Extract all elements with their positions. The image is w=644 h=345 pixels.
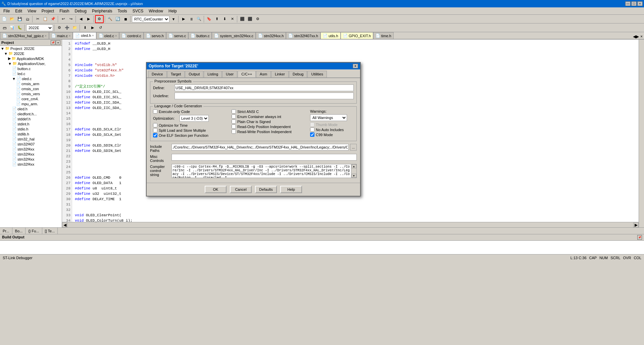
dialog-tab-output[interactable]: Output (185, 71, 203, 77)
undefine-row: Undefine: (153, 93, 354, 99)
language-content: Execute-only Code Optimization: Level 3 … (153, 109, 354, 138)
strict-ansi-row: Strict ANSI C (232, 109, 305, 114)
language-section: Language / Code Generation Execute-only … (150, 106, 357, 141)
plain-char-checkbox[interactable] (232, 119, 236, 124)
dialog-close-btn[interactable]: × (353, 64, 358, 68)
include-paths-label: IncludePaths (150, 144, 170, 153)
c99-label: C99 Mode (316, 133, 333, 137)
execute-only-label: Execute-only Code (159, 110, 190, 114)
no-auto-label: No Auto Includes (316, 128, 344, 132)
scroll-down-btn[interactable]: ▼ (352, 174, 356, 178)
read-write-row: Read-Write Position Independent (232, 129, 305, 134)
optimization-row: Optimization: Level 3 (-O3) Level 0 (-O0… (153, 115, 226, 122)
one-elf-row: One ELF Section per Function (153, 133, 226, 137)
warnings-section: Warnings: All Warnings No Warnings Thumb… (310, 109, 354, 138)
preprocessor-section: Preprocessor Symbols Define: Undefine: (150, 81, 357, 104)
plain-char-row: Plain Char is Signed (232, 119, 305, 124)
c99-row: C99 Mode (310, 132, 354, 137)
thumb-mode-label: Thumb Mode (316, 123, 338, 127)
dialog-tab-asm[interactable]: Asm (256, 71, 271, 77)
misc-controls-label: MiscControls (150, 154, 170, 163)
read-only-checkbox[interactable] (232, 124, 236, 129)
strict-ansi-label: Strict ANSI C (237, 110, 259, 114)
execute-only-row: Execute-only Code (153, 109, 226, 114)
cancel-button[interactable]: Cancel (230, 186, 252, 193)
compiler-string-row: Compilercontrolstring -c99-c --cpu Corte… (150, 164, 357, 178)
define-input[interactable] (175, 84, 354, 91)
no-auto-checkbox[interactable] (310, 127, 314, 132)
read-write-checkbox[interactable] (232, 129, 236, 134)
undefine-input[interactable] (175, 93, 354, 99)
dialog-tab-debug[interactable]: Debug (289, 71, 307, 77)
optimize-time-checkbox[interactable] (153, 123, 157, 127)
dialog-tab-user[interactable]: User (222, 71, 237, 77)
split-load-row: Split Load and Store Multiple (153, 128, 226, 132)
define-row: Define: (153, 84, 354, 91)
dialog-tab-cc[interactable]: C/C++ (238, 71, 256, 77)
dialog-content: Preprocessor Symbols Define: Undefine: L… (147, 78, 360, 183)
dialog-tab-target[interactable]: Target (167, 71, 185, 77)
dialog-title: Options for Target '2022E' (149, 64, 198, 68)
options-dialog: Options for Target '2022E' × Device Targ… (146, 62, 361, 196)
compiler-scrollbar[interactable]: ▲ ▼ (351, 164, 356, 178)
dialog-tab-listing[interactable]: Listing (204, 71, 222, 77)
dialog-title-bar: Options for Target '2022E' × (147, 63, 360, 69)
warnings-select[interactable]: All Warnings No Warnings (310, 114, 347, 121)
strict-ansi-checkbox[interactable] (232, 109, 236, 114)
language-label: Language / Code Generation (153, 104, 203, 108)
dialog-buttons: OK Cancel Defaults Help (147, 183, 360, 196)
compiler-string-display: -c99-c --cpu Cortex-M4.fp -D__MICROLIB -… (171, 164, 357, 178)
read-only-label: Read-Only Position Independent (237, 125, 291, 129)
dialog-tabs: Device Target Output Listing User C/C++ … (147, 69, 360, 78)
define-label: Define: (153, 86, 173, 90)
dialog-tab-utilities[interactable]: Utilities (307, 71, 327, 77)
enum-container-label: Enum Container always int (237, 115, 281, 119)
defaults-button[interactable]: Defaults (255, 186, 277, 193)
c99-checkbox[interactable] (310, 132, 314, 137)
misc-controls-row: MiscControls (150, 154, 357, 163)
warnings-label: Warnings: (310, 109, 354, 113)
compiler-text: -c99-c --cpu Cortex-M4.fp -D__MICROLIB -… (172, 164, 351, 178)
enum-container-row: Enum Container always int (232, 114, 305, 119)
enum-container-checkbox[interactable] (232, 114, 236, 119)
read-write-label: Read-Write Position Independent (237, 130, 292, 134)
one-elf-label: One ELF Section per Function (159, 133, 208, 137)
dialog-overlay: Options for Target '2022E' × Device Targ… (0, 0, 644, 345)
optimization-label: Optimization: (153, 116, 178, 120)
read-only-row: Read-Only Position Independent (232, 124, 305, 129)
dialog-tab-linker[interactable]: Linker (271, 71, 289, 77)
thumb-mode-row: Thumb Mode (310, 122, 354, 127)
language-left: Execute-only Code Optimization: Level 3 … (153, 109, 226, 138)
compiler-label: Compilercontrolstring (150, 164, 170, 177)
optimization-select[interactable]: Level 3 (-O3) Level 0 (-O0) Level 1 (-O1… (180, 115, 209, 122)
undefine-label: Undefine: (153, 94, 173, 98)
dialog-tab-device[interactable]: Device (148, 71, 167, 77)
misc-controls-input[interactable] (171, 154, 357, 161)
no-auto-row: No Auto Includes (310, 127, 354, 132)
include-paths-row: IncludePaths ... (150, 144, 357, 153)
optimize-time-label: Optimize for Time (159, 123, 188, 127)
include-browse-btn[interactable]: ... (350, 144, 357, 151)
thumb-mode-checkbox[interactable] (310, 122, 314, 127)
split-load-checkbox[interactable] (153, 128, 157, 132)
language-middle: Strict ANSI C Enum Container always int … (232, 109, 305, 138)
plain-char-label: Plain Char is Signed (237, 120, 271, 124)
ok-button[interactable]: OK (205, 186, 227, 193)
one-elf-checkbox[interactable] (153, 133, 157, 137)
split-load-label: Split Load and Store Multiple (159, 128, 206, 132)
help-button[interactable]: Help (280, 186, 302, 193)
scroll-up-btn[interactable]: ▲ (352, 164, 356, 168)
execute-only-checkbox[interactable] (153, 109, 157, 114)
include-paths-input[interactable] (171, 144, 349, 151)
preprocessor-label: Preprocessor Symbols (153, 79, 193, 83)
optimize-time-row: Optimize for Time (153, 123, 226, 127)
